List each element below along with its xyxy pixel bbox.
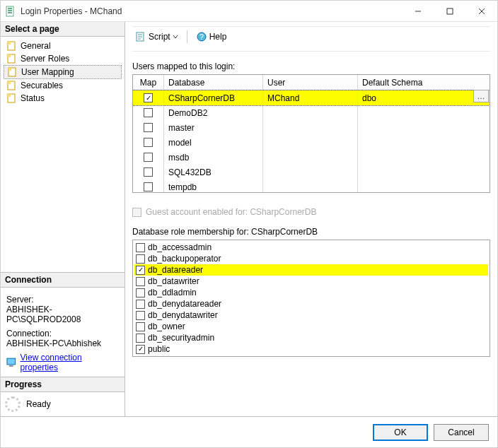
- connection-header: Connection: [1, 272, 124, 288]
- minimize-button[interactable]: [402, 1, 434, 21]
- col-map[interactable]: Map: [133, 75, 164, 90]
- select-page-header: Select a page: [1, 22, 124, 37]
- mapping-grid[interactable]: Map Database User Default Schema CSharpC…: [132, 74, 490, 193]
- schema-cell: [358, 135, 490, 150]
- role-row[interactable]: db_backupoperator: [134, 253, 488, 264]
- nav-server-roles[interactable]: Server Roles: [4, 52, 122, 65]
- svg-rect-3: [8, 12, 12, 13]
- map-checkbox[interactable]: [144, 108, 153, 117]
- roles-list[interactable]: db_accessadmindb_backupoperatordb_datare…: [132, 240, 490, 357]
- nav-status[interactable]: Status: [4, 92, 122, 105]
- col-database[interactable]: Database: [164, 75, 263, 90]
- svg-rect-2: [8, 10, 12, 11]
- role-checkbox[interactable]: [136, 311, 145, 320]
- schema-cell: [358, 105, 490, 120]
- map-checkbox[interactable]: [144, 182, 153, 191]
- role-checkbox[interactable]: [136, 266, 145, 275]
- role-checkbox[interactable]: [136, 243, 145, 252]
- role-row[interactable]: db_denydatareader: [134, 298, 488, 310]
- sidebar: Select a page General Server Roles User …: [1, 22, 125, 416]
- db-cell: msdb: [164, 150, 263, 165]
- svg-rect-14: [9, 365, 13, 367]
- role-name: db_owner: [148, 322, 185, 331]
- progress-status: Ready: [26, 399, 51, 409]
- page-icon: [6, 53, 18, 64]
- role-name: db_accessadmin: [148, 242, 212, 252]
- map-checkbox[interactable]: [144, 93, 153, 102]
- role-row[interactable]: db_datawriter: [134, 276, 488, 287]
- progress-spinner-icon: [5, 396, 21, 412]
- user-cell: [263, 150, 358, 165]
- role-checkbox[interactable]: [136, 254, 145, 264]
- role-checkbox[interactable]: [136, 300, 145, 309]
- map-checkbox[interactable]: [144, 167, 153, 177]
- mapping-row[interactable]: SQL432DB: [133, 165, 490, 179]
- toolbar: Script ? Help: [132, 26, 490, 52]
- role-checkbox[interactable]: [136, 345, 145, 354]
- col-user[interactable]: User: [263, 75, 358, 90]
- role-checkbox[interactable]: [136, 322, 145, 331]
- mapping-row[interactable]: CSharpCornerDBMChanddbo: [133, 90, 490, 105]
- col-default-schema[interactable]: Default Schema: [358, 75, 490, 90]
- close-button[interactable]: [465, 1, 497, 21]
- schema-cell: dbo: [358, 90, 490, 105]
- db-cell: tempdb: [164, 179, 263, 193]
- ok-button[interactable]: OK: [373, 424, 428, 441]
- role-row[interactable]: db_accessadmin: [134, 242, 488, 253]
- role-row[interactable]: public: [134, 343, 488, 355]
- role-name: public: [148, 344, 170, 354]
- schema-cell: [358, 120, 490, 135]
- help-button[interactable]: ? Help: [193, 30, 230, 44]
- chevron-down-icon: [173, 34, 178, 40]
- user-cell: [263, 165, 358, 179]
- role-checkbox[interactable]: [136, 334, 145, 343]
- role-name: db_datareader: [148, 265, 203, 275]
- db-cell: master: [164, 120, 263, 135]
- role-row[interactable]: db_ddladmin: [134, 287, 488, 298]
- db-cell: model: [164, 135, 263, 150]
- role-row[interactable]: db_owner: [134, 321, 488, 332]
- server-value: ABHISHEK-PC\SQLPROD2008: [6, 305, 119, 324]
- mapping-row[interactable]: master: [133, 120, 490, 135]
- nav-general[interactable]: General: [4, 40, 122, 52]
- script-button[interactable]: Script: [132, 30, 181, 44]
- map-checkbox[interactable]: [144, 123, 153, 132]
- cancel-button[interactable]: Cancel: [434, 424, 489, 441]
- guest-account-row: Guest account enabled for: CSharpCornerD…: [132, 207, 490, 217]
- user-cell: MChand: [263, 90, 358, 105]
- schema-browse-button[interactable]: …: [473, 90, 489, 102]
- mapping-row[interactable]: msdb: [133, 150, 490, 165]
- role-row[interactable]: db_securityadmin: [134, 332, 488, 343]
- role-checkbox[interactable]: [136, 288, 145, 297]
- page-list: General Server Roles User Mapping Secura…: [1, 37, 124, 107]
- mapping-row[interactable]: model: [133, 135, 490, 150]
- role-checkbox[interactable]: [136, 277, 145, 286]
- guest-label: Guest account enabled for: CSharpCornerD…: [146, 207, 316, 217]
- help-icon: ?: [196, 31, 207, 42]
- mapping-grid-header: Map Database User Default Schema: [133, 75, 490, 90]
- mapping-row[interactable]: tempdb: [133, 179, 490, 193]
- page-icon: [7, 66, 18, 78]
- nav-securables[interactable]: Securables: [4, 79, 122, 92]
- maximize-button[interactable]: [434, 1, 465, 21]
- script-icon: [135, 31, 146, 42]
- role-name: db_denydatareader: [148, 299, 221, 309]
- nav-user-mapping[interactable]: User Mapping: [4, 65, 122, 79]
- map-checkbox[interactable]: [144, 153, 153, 162]
- svg-rect-5: [447, 8, 453, 14]
- role-row[interactable]: db_denydatawriter: [134, 310, 488, 321]
- dialog-footer: OK Cancel: [1, 416, 497, 447]
- connection-panel: Server: ABHISHEK-PC\SQLPROD2008 Connecti…: [1, 288, 124, 377]
- page-icon: [6, 80, 18, 91]
- map-checkbox[interactable]: [144, 138, 153, 147]
- user-cell: [263, 105, 358, 120]
- db-cell: CSharpCornerDB: [164, 90, 263, 105]
- view-connection-link[interactable]: View connection properties: [21, 353, 119, 372]
- users-mapped-label: Users mapped to this login:: [132, 61, 490, 71]
- schema-cell: [358, 179, 490, 193]
- role-row[interactable]: db_datareader: [134, 264, 488, 276]
- svg-text:?: ?: [199, 33, 204, 41]
- page-icon: [6, 93, 18, 104]
- svg-rect-1: [8, 8, 12, 9]
- mapping-row[interactable]: DemoDB2: [133, 105, 490, 120]
